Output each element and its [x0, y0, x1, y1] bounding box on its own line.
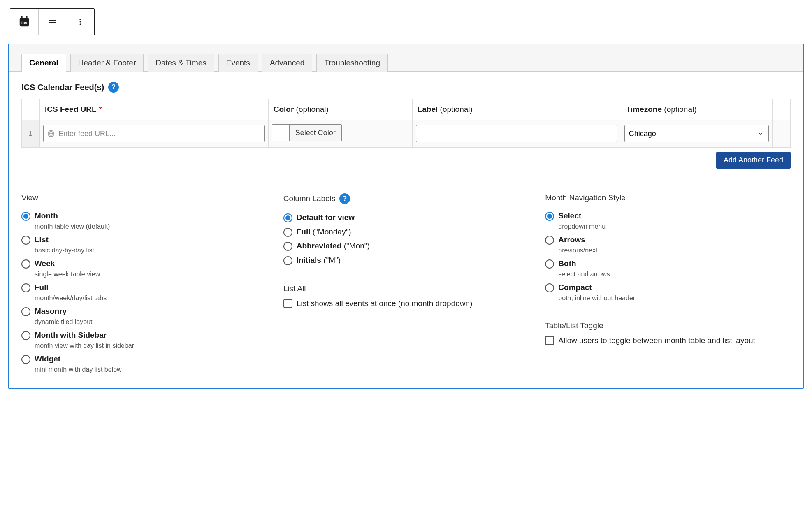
settings-panel: General Header & Footer Dates & Times Ev… — [8, 44, 804, 389]
tab-label: Troubleshooting — [324, 58, 380, 67]
column-labels-title: Column Labels ? — [283, 193, 529, 204]
view-section: View Monthmonth table view (default)List… — [21, 193, 267, 378]
tab-bar: General Header & Footer Dates & Times Ev… — [9, 44, 803, 72]
url-header: ICS Feed URL * — [40, 99, 269, 120]
label-header: Label (optional) — [412, 99, 621, 120]
tab-label: Events — [226, 58, 250, 67]
tab-advanced[interactable]: Advanced — [262, 54, 313, 72]
table-toggle-label[interactable]: Allow users to toggle between month tabl… — [558, 335, 755, 346]
table-toggle-checkbox[interactable] — [545, 336, 554, 345]
feed-url-input[interactable] — [43, 125, 265, 142]
view-label[interactable]: Widgetmini month with day list below — [35, 354, 122, 374]
feeds-section-label: ICS Calendar Feed(s) — [21, 83, 104, 92]
monthnav-label[interactable]: Selectdropdown menu — [558, 211, 606, 231]
table-toggle-title: Table/List Toggle — [545, 321, 791, 330]
feed-table: ICS Feed URL * Color (optional) Label (o… — [21, 99, 791, 148]
list-all-label[interactable]: List shows all events at once (no month … — [297, 298, 473, 309]
more-options-icon[interactable] — [66, 9, 94, 35]
month-nav-section: Month Navigation Style Selectdropdown me… — [545, 193, 791, 378]
tab-label: Dates & Times — [155, 58, 206, 67]
view-radio[interactable] — [21, 283, 30, 292]
help-icon[interactable]: ? — [339, 193, 350, 204]
collabel-label[interactable]: Abbreviated ("Mon") — [297, 241, 370, 252]
help-icon[interactable]: ? — [108, 82, 119, 93]
collabel-label[interactable]: Default for view — [297, 212, 355, 223]
feed-label-input[interactable] — [416, 125, 617, 142]
view-label[interactable]: Masonrydynamic tiled layout — [35, 306, 93, 327]
monthnav-label[interactable]: Bothselect and arrows — [558, 258, 610, 279]
view-radio[interactable] — [21, 259, 30, 269]
timezone-header: Timezone (optional) — [621, 99, 772, 120]
ics-calendar-icon[interactable]: ics — [10, 9, 38, 35]
view-radio[interactable] — [21, 212, 30, 221]
block-toolbar: ics — [10, 8, 95, 35]
timezone-select[interactable]: Chicago — [624, 125, 769, 142]
row-index-header — [22, 99, 40, 120]
view-label[interactable]: Monthmonth table view (default) — [35, 211, 110, 231]
collabel-radio[interactable] — [283, 256, 292, 265]
row-index: 1 — [22, 120, 40, 148]
monthnav-label[interactable]: Compactboth, inline without header — [558, 282, 635, 303]
color-select-label: Select Color — [290, 129, 341, 137]
svg-rect-2 — [26, 16, 27, 19]
collabel-radio[interactable] — [283, 228, 292, 237]
feeds-section-title: ICS Calendar Feed(s) ? — [21, 82, 791, 93]
view-radio[interactable] — [21, 236, 30, 245]
color-select-button[interactable]: Select Color — [272, 124, 342, 141]
tab-dates-times[interactable]: Dates & Times — [148, 54, 214, 72]
view-label[interactable]: Listbasic day-by-day list — [35, 234, 94, 255]
list-all-section: List All List shows all events at once (… — [283, 284, 529, 309]
color-swatch — [272, 125, 290, 141]
svg-text:ics: ics — [21, 21, 27, 25]
row-actions-header — [773, 99, 791, 120]
svg-point-8 — [80, 23, 81, 25]
collabel-radio[interactable] — [283, 213, 292, 222]
view-radio[interactable] — [21, 331, 30, 340]
monthnav-label[interactable]: Arrowsprevious/next — [558, 234, 597, 255]
collabel-radio[interactable] — [283, 242, 292, 251]
table-toggle-section: Table/List Toggle Allow users to toggle … — [545, 321, 791, 346]
tab-label: Advanced — [270, 58, 305, 67]
tab-events[interactable]: Events — [218, 54, 258, 72]
month-nav-title: Month Navigation Style — [545, 193, 791, 202]
svg-point-6 — [80, 19, 81, 20]
view-label[interactable]: Month with Sidebarmonth view with day li… — [35, 330, 134, 350]
view-label[interactable]: Fullmonth/week/day/list tabs — [35, 282, 107, 303]
add-feed-button[interactable]: Add Another Feed — [716, 152, 791, 169]
align-icon[interactable] — [38, 9, 66, 35]
column-labels-section: Column Labels ? Default for viewFull ("M… — [283, 193, 529, 378]
monthnav-radio[interactable] — [545, 283, 554, 292]
svg-rect-5 — [49, 22, 56, 23]
tab-general[interactable]: General — [21, 54, 66, 72]
tab-header-footer[interactable]: Header & Footer — [70, 54, 144, 72]
row-action-cell — [773, 120, 791, 148]
color-header: Color (optional) — [268, 99, 412, 120]
monthnav-radio[interactable] — [545, 236, 554, 245]
globe-icon — [47, 130, 55, 137]
list-all-title: List All — [283, 284, 529, 293]
list-all-checkbox[interactable] — [283, 299, 292, 308]
svg-rect-1 — [21, 16, 23, 19]
tab-label: General — [29, 58, 58, 67]
monthnav-radio[interactable] — [545, 259, 554, 269]
view-radio[interactable] — [21, 307, 30, 316]
tab-label: Header & Footer — [78, 58, 136, 67]
collabel-label[interactable]: Initials ("M") — [297, 255, 341, 266]
monthnav-radio[interactable] — [545, 212, 554, 221]
svg-point-7 — [80, 21, 81, 23]
view-title: View — [21, 193, 267, 202]
collabel-label[interactable]: Full ("Monday") — [297, 227, 351, 238]
tab-troubleshooting[interactable]: Troubleshooting — [316, 54, 388, 72]
feed-row: 1 Select Color — [22, 120, 791, 148]
view-radio[interactable] — [21, 355, 30, 364]
view-label[interactable]: Weeksingle week table view — [35, 258, 100, 279]
